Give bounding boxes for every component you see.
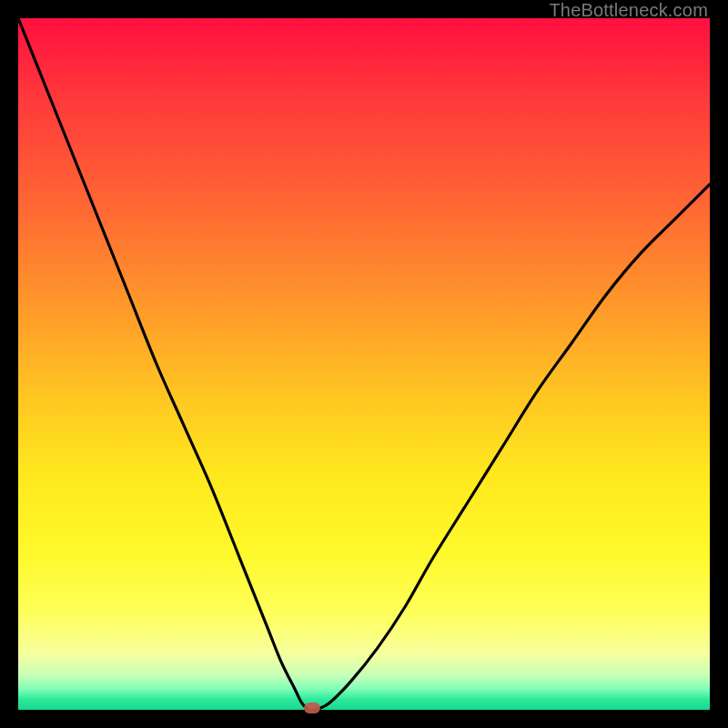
optimum-marker xyxy=(304,703,320,713)
bottleneck-curve xyxy=(18,18,710,710)
chart-frame: TheBottleneck.com xyxy=(0,0,728,728)
plot-area xyxy=(18,18,710,710)
